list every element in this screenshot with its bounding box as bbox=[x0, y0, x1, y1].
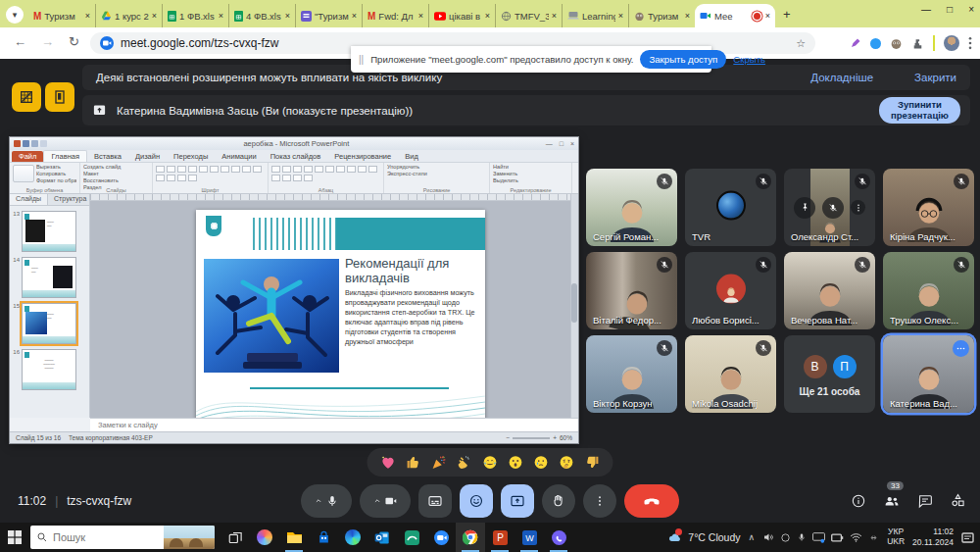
ribbon-tab[interactable]: Рецензирование bbox=[327, 151, 398, 162]
browser-tab[interactable]: TMFV_3× bbox=[495, 4, 562, 27]
outline-panel-tab[interactable]: Структура bbox=[48, 194, 92, 205]
notification-center-icon[interactable] bbox=[961, 532, 974, 543]
mute-participant-button[interactable] bbox=[822, 197, 844, 219]
window-close-button[interactable]: × bbox=[968, 4, 974, 15]
volume-icon[interactable] bbox=[762, 531, 774, 543]
powerpoint-taskbar-icon[interactable]: P bbox=[485, 523, 514, 552]
clapping-hands-reaction-button[interactable] bbox=[457, 454, 473, 471]
participant-tile[interactable]: Олександр Ст... bbox=[784, 169, 875, 246]
browser-tab[interactable]: Туризм× bbox=[628, 4, 695, 27]
explorer-taskbar-icon[interactable] bbox=[279, 523, 309, 552]
raise-hand-button[interactable] bbox=[542, 484, 575, 518]
participant-tile[interactable]: Сергій Роман... bbox=[586, 169, 677, 246]
browser-tab[interactable]: 1 курс 2× bbox=[95, 4, 162, 27]
participant-tile[interactable]: Любов Борисі... bbox=[685, 252, 776, 329]
tab-close-icon[interactable]: × bbox=[152, 11, 157, 21]
shield-icon[interactable] bbox=[780, 532, 791, 543]
tab-close-icon[interactable]: × bbox=[765, 11, 770, 21]
ppt-minimize-button[interactable]: — bbox=[546, 140, 553, 147]
ribbon-tab[interactable]: Вид bbox=[398, 151, 425, 162]
astonished-face-reaction-button[interactable] bbox=[508, 454, 524, 471]
learn-more-link[interactable]: Докладніше bbox=[810, 72, 873, 83]
tab-close-icon[interactable]: × bbox=[485, 11, 490, 21]
ribbon-tab[interactable]: Показ слайдов bbox=[264, 151, 328, 162]
tab-close-icon[interactable]: × bbox=[418, 11, 423, 21]
browser-tab[interactable]: MТуризм× bbox=[28, 4, 95, 27]
more-options-button[interactable] bbox=[583, 484, 616, 518]
tray-mic-icon[interactable] bbox=[797, 531, 807, 543]
ribbon-command[interactable]: Копировать bbox=[36, 171, 76, 177]
stop-presenting-button[interactable]: Зупинитипрезентацію bbox=[879, 97, 960, 125]
present-screen-button[interactable] bbox=[501, 484, 534, 518]
participant-tile[interactable]: Віктор Корзун bbox=[586, 335, 677, 413]
redo-icon[interactable] bbox=[40, 140, 47, 147]
tray-expand-chevron[interactable]: ∧ bbox=[749, 532, 756, 542]
battery-icon[interactable] bbox=[831, 533, 844, 542]
reload-button[interactable]: ↻ bbox=[69, 34, 79, 49]
tab-close-icon[interactable]: × bbox=[219, 11, 223, 21]
extension-overlay-door-icon[interactable] bbox=[45, 82, 74, 112]
participant-tile[interactable]: Mikola Osadchij bbox=[685, 335, 776, 413]
extensions-puzzle-icon[interactable] bbox=[911, 37, 924, 50]
slide-thumbnail[interactable]: 15▔▔▔▔▔ bbox=[12, 303, 85, 344]
start-button[interactable] bbox=[8, 530, 22, 544]
tile-options-button[interactable] bbox=[953, 340, 969, 357]
slide-scrollbar[interactable] bbox=[570, 194, 578, 418]
forward-button[interactable]: → bbox=[41, 34, 54, 49]
ribbon-tab[interactable]: Анимации bbox=[215, 151, 263, 162]
ribbon-tab[interactable]: Главная bbox=[43, 150, 87, 162]
ribbon-command[interactable]: Упорядочить bbox=[387, 164, 486, 171]
browser-tab[interactable]: цікаві в× bbox=[428, 4, 495, 27]
taskbar-search[interactable] bbox=[30, 526, 215, 549]
greenapp-taskbar-icon[interactable] bbox=[397, 523, 426, 552]
slides-panel-tab[interactable]: Слайды bbox=[10, 194, 48, 205]
language-indicator[interactable]: УКРUKR bbox=[887, 527, 905, 547]
ribbon-command[interactable]: Формат по образцу bbox=[36, 177, 76, 184]
browser-tab[interactable]: Learning× bbox=[562, 4, 628, 27]
usb-link-icon[interactable] bbox=[868, 532, 879, 543]
participant-options-button[interactable] bbox=[851, 200, 865, 215]
slide-thumbnail[interactable]: 16▔▔▔▔▔▔▔▔▔▔▔▔▔ bbox=[12, 349, 85, 390]
ribbon-command[interactable]: Восстановить bbox=[83, 177, 149, 184]
ribbon-tab[interactable]: Дизайн bbox=[128, 151, 167, 162]
browser-tab[interactable]: "Туризм× bbox=[295, 4, 362, 27]
reactions-button[interactable] bbox=[460, 484, 493, 518]
captions-button[interactable] bbox=[418, 484, 452, 518]
tab-close-icon[interactable]: × bbox=[618, 11, 623, 21]
file-tab[interactable]: Файл bbox=[12, 151, 43, 162]
cast-screen-icon[interactable] bbox=[812, 532, 825, 543]
search-input[interactable] bbox=[53, 531, 151, 543]
activities-button[interactable] bbox=[950, 492, 966, 509]
participant-tile[interactable]: Катерина Вад... bbox=[883, 335, 974, 413]
save-icon[interactable] bbox=[23, 140, 29, 147]
participant-tile[interactable]: Трушко Олекс... bbox=[883, 252, 974, 329]
face-with-tears-of-joy-reaction-button[interactable] bbox=[482, 454, 499, 471]
viber-taskbar-icon[interactable] bbox=[544, 523, 573, 552]
extension-overlay-grid-icon[interactable] bbox=[12, 82, 41, 112]
ribbon-tab[interactable]: Переходы bbox=[167, 151, 215, 162]
search-highlight-image[interactable] bbox=[164, 526, 215, 549]
tab-close-icon[interactable]: × bbox=[552, 11, 557, 21]
end-call-button[interactable] bbox=[624, 484, 679, 518]
chat-button[interactable] bbox=[917, 493, 933, 509]
party-popper-reaction-button[interactable] bbox=[431, 454, 448, 471]
copilot-taskbar-icon[interactable] bbox=[250, 523, 279, 552]
ribbon-controls[interactable] bbox=[156, 164, 265, 181]
participant-tile[interactable]: Віталій Федор... bbox=[586, 252, 677, 329]
ribbon-command[interactable]: Экспресс-стили bbox=[387, 171, 486, 177]
ribbon-tab[interactable]: Вставка bbox=[87, 151, 128, 162]
dismiss-link[interactable]: Закрити bbox=[914, 72, 956, 83]
sparkling-heart-reaction-button[interactable] bbox=[380, 454, 397, 471]
pen-extension-icon[interactable] bbox=[850, 37, 861, 49]
edge-taskbar-icon[interactable] bbox=[338, 523, 368, 552]
camera-button[interactable] bbox=[360, 484, 411, 518]
slide-thumbnail[interactable]: 13▔▔▔▔▔ bbox=[12, 211, 85, 252]
window-maximize-button[interactable]: □ bbox=[947, 4, 953, 15]
window-minimize-button[interactable]: — bbox=[921, 4, 931, 15]
notes-pane[interactable]: Заметки к слайду bbox=[90, 418, 578, 431]
tab-close-icon[interactable]: × bbox=[352, 11, 357, 21]
ribbon-command[interactable]: Вырезать bbox=[36, 164, 76, 171]
participant-tile[interactable]: Кіріна Радчук... bbox=[883, 169, 974, 246]
back-button[interactable]: ← bbox=[14, 34, 26, 49]
thumbs-down-reaction-button[interactable] bbox=[584, 454, 601, 471]
